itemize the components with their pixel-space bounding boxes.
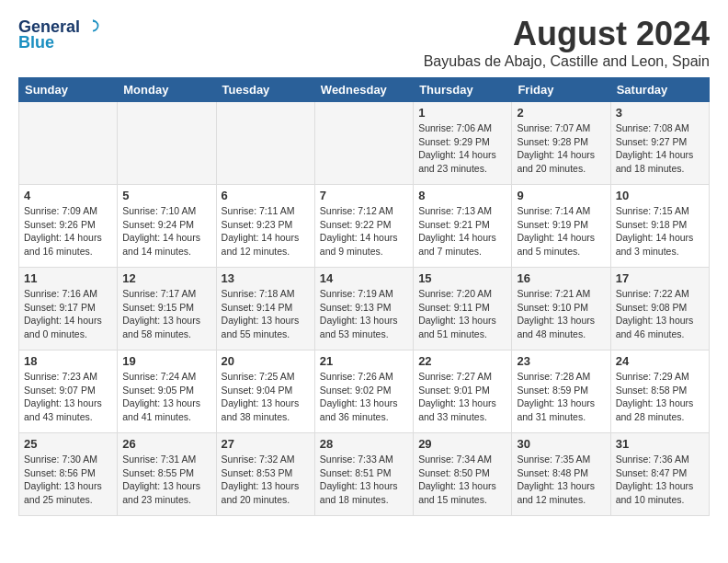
day-info: Sunrise: 7:07 AM Sunset: 9:28 PM Dayligh… xyxy=(517,121,605,176)
calendar-table: SundayMondayTuesdayWednesdayThursdayFrid… xyxy=(18,77,710,516)
day-number: 1 xyxy=(418,106,506,120)
calendar-cell xyxy=(216,102,314,185)
day-number: 16 xyxy=(517,271,605,285)
day-number: 3 xyxy=(616,106,704,120)
calendar-cell: 7Sunrise: 7:12 AM Sunset: 9:22 PM Daylig… xyxy=(314,185,413,268)
day-info: Sunrise: 7:09 AM Sunset: 9:26 PM Dayligh… xyxy=(24,204,112,259)
day-info: Sunrise: 7:19 AM Sunset: 9:13 PM Dayligh… xyxy=(320,287,408,341)
week-row-2: 11Sunrise: 7:16 AM Sunset: 9:17 PM Dayli… xyxy=(19,268,710,350)
page-header: General Blue August 2024 Bayubas de Abaj… xyxy=(18,15,710,70)
day-info: Sunrise: 7:23 AM Sunset: 9:07 PM Dayligh… xyxy=(24,370,112,424)
day-number: 22 xyxy=(418,354,506,368)
calendar-header-row: SundayMondayTuesdayWednesdayThursdayFrid… xyxy=(19,78,710,102)
day-number: 28 xyxy=(320,437,408,451)
day-info: Sunrise: 7:35 AM Sunset: 8:48 PM Dayligh… xyxy=(517,453,605,507)
logo-icon xyxy=(86,19,99,32)
calendar-cell: 21Sunrise: 7:26 AM Sunset: 9:02 PM Dayli… xyxy=(314,350,413,433)
calendar-cell: 1Sunrise: 7:06 AM Sunset: 9:29 PM Daylig… xyxy=(414,102,512,185)
day-number: 5 xyxy=(122,189,210,202)
day-number: 23 xyxy=(517,354,605,368)
day-info: Sunrise: 7:26 AM Sunset: 9:02 PM Dayligh… xyxy=(320,370,408,424)
subtitle: Bayubas de Abajo, Castille and Leon, Spa… xyxy=(424,53,710,70)
calendar-cell: 27Sunrise: 7:32 AM Sunset: 8:53 PM Dayli… xyxy=(216,433,314,516)
calendar-cell: 8Sunrise: 7:13 AM Sunset: 9:21 PM Daylig… xyxy=(414,185,512,268)
day-info: Sunrise: 7:28 AM Sunset: 8:59 PM Dayligh… xyxy=(517,370,605,424)
day-info: Sunrise: 7:11 AM Sunset: 9:23 PM Dayligh… xyxy=(222,204,310,259)
day-number: 25 xyxy=(24,437,112,451)
calendar-cell xyxy=(118,102,216,185)
calendar-cell: 31Sunrise: 7:36 AM Sunset: 8:47 PM Dayli… xyxy=(610,433,709,516)
calendar-cell: 20Sunrise: 7:25 AM Sunset: 9:04 PM Dayli… xyxy=(216,350,314,433)
calendar-cell: 17Sunrise: 7:22 AM Sunset: 9:08 PM Dayli… xyxy=(610,268,709,350)
day-info: Sunrise: 7:36 AM Sunset: 8:47 PM Dayligh… xyxy=(616,453,704,507)
calendar-cell: 13Sunrise: 7:18 AM Sunset: 9:14 PM Dayli… xyxy=(216,268,314,350)
day-number: 6 xyxy=(222,189,310,202)
day-info: Sunrise: 7:08 AM Sunset: 9:27 PM Dayligh… xyxy=(616,121,704,176)
day-info: Sunrise: 7:16 AM Sunset: 9:17 PM Dayligh… xyxy=(24,287,112,341)
day-number: 11 xyxy=(24,271,112,285)
day-number: 4 xyxy=(24,189,112,202)
day-info: Sunrise: 7:24 AM Sunset: 9:05 PM Dayligh… xyxy=(122,370,210,424)
day-number: 21 xyxy=(320,354,408,368)
day-info: Sunrise: 7:34 AM Sunset: 8:50 PM Dayligh… xyxy=(418,453,506,507)
calendar-cell: 9Sunrise: 7:14 AM Sunset: 9:19 PM Daylig… xyxy=(512,185,610,268)
calendar-cell: 12Sunrise: 7:17 AM Sunset: 9:15 PM Dayli… xyxy=(118,268,216,350)
calendar-cell: 18Sunrise: 7:23 AM Sunset: 9:07 PM Dayli… xyxy=(19,350,118,433)
day-info: Sunrise: 7:30 AM Sunset: 8:56 PM Dayligh… xyxy=(24,453,112,507)
day-number: 26 xyxy=(122,437,210,451)
day-number: 27 xyxy=(222,437,310,451)
day-info: Sunrise: 7:33 AM Sunset: 8:51 PM Dayligh… xyxy=(320,453,408,507)
day-info: Sunrise: 7:17 AM Sunset: 9:15 PM Dayligh… xyxy=(122,287,210,341)
day-number: 7 xyxy=(320,189,408,202)
calendar-cell: 2Sunrise: 7:07 AM Sunset: 9:28 PM Daylig… xyxy=(512,102,610,185)
calendar-cell: 11Sunrise: 7:16 AM Sunset: 9:17 PM Dayli… xyxy=(19,268,118,350)
header-thursday: Thursday xyxy=(414,78,512,102)
day-number: 12 xyxy=(122,271,210,285)
day-info: Sunrise: 7:14 AM Sunset: 9:19 PM Dayligh… xyxy=(517,204,605,259)
day-info: Sunrise: 7:13 AM Sunset: 9:21 PM Dayligh… xyxy=(418,204,506,259)
day-info: Sunrise: 7:10 AM Sunset: 9:24 PM Dayligh… xyxy=(122,204,210,259)
month-title: August 2024 xyxy=(424,15,710,53)
day-number: 18 xyxy=(24,354,112,368)
day-info: Sunrise: 7:06 AM Sunset: 9:29 PM Dayligh… xyxy=(418,121,506,176)
day-info: Sunrise: 7:25 AM Sunset: 9:04 PM Dayligh… xyxy=(222,370,310,424)
header-monday: Monday xyxy=(118,78,216,102)
calendar-cell: 28Sunrise: 7:33 AM Sunset: 8:51 PM Dayli… xyxy=(314,433,413,516)
day-info: Sunrise: 7:20 AM Sunset: 9:11 PM Dayligh… xyxy=(418,287,506,341)
day-number: 9 xyxy=(517,189,605,202)
calendar-cell: 3Sunrise: 7:08 AM Sunset: 9:27 PM Daylig… xyxy=(610,102,709,185)
day-info: Sunrise: 7:27 AM Sunset: 9:01 PM Dayligh… xyxy=(418,370,506,424)
calendar-cell: 29Sunrise: 7:34 AM Sunset: 8:50 PM Dayli… xyxy=(414,433,512,516)
day-number: 10 xyxy=(616,189,704,202)
calendar-cell: 4Sunrise: 7:09 AM Sunset: 9:26 PM Daylig… xyxy=(19,185,118,268)
day-info: Sunrise: 7:12 AM Sunset: 9:22 PM Dayligh… xyxy=(320,204,408,259)
day-number: 8 xyxy=(418,189,506,202)
calendar-cell: 25Sunrise: 7:30 AM Sunset: 8:56 PM Dayli… xyxy=(19,433,118,516)
week-row-3: 18Sunrise: 7:23 AM Sunset: 9:07 PM Dayli… xyxy=(19,350,710,433)
calendar-cell xyxy=(19,102,118,185)
calendar-cell: 26Sunrise: 7:31 AM Sunset: 8:55 PM Dayli… xyxy=(118,433,216,516)
day-number: 19 xyxy=(122,354,210,368)
calendar-cell: 23Sunrise: 7:28 AM Sunset: 8:59 PM Dayli… xyxy=(512,350,610,433)
day-info: Sunrise: 7:31 AM Sunset: 8:55 PM Dayligh… xyxy=(122,453,210,507)
day-number: 24 xyxy=(616,354,704,368)
day-number: 13 xyxy=(222,271,310,285)
day-number: 30 xyxy=(517,437,605,451)
day-info: Sunrise: 7:32 AM Sunset: 8:53 PM Dayligh… xyxy=(222,453,310,507)
week-row-4: 25Sunrise: 7:30 AM Sunset: 8:56 PM Dayli… xyxy=(19,433,710,516)
day-number: 15 xyxy=(418,271,506,285)
logo: General Blue xyxy=(18,18,99,52)
calendar-cell: 30Sunrise: 7:35 AM Sunset: 8:48 PM Dayli… xyxy=(512,433,610,516)
calendar-cell: 22Sunrise: 7:27 AM Sunset: 9:01 PM Dayli… xyxy=(414,350,512,433)
day-info: Sunrise: 7:15 AM Sunset: 9:18 PM Dayligh… xyxy=(616,204,704,259)
calendar-cell xyxy=(314,102,413,185)
day-number: 2 xyxy=(517,106,605,120)
week-row-1: 4Sunrise: 7:09 AM Sunset: 9:26 PM Daylig… xyxy=(19,185,710,268)
day-info: Sunrise: 7:22 AM Sunset: 9:08 PM Dayligh… xyxy=(616,287,704,341)
day-number: 17 xyxy=(616,271,704,285)
calendar-cell: 15Sunrise: 7:20 AM Sunset: 9:11 PM Dayli… xyxy=(414,268,512,350)
calendar-cell: 14Sunrise: 7:19 AM Sunset: 9:13 PM Dayli… xyxy=(314,268,413,350)
day-number: 20 xyxy=(222,354,310,368)
day-number: 31 xyxy=(616,437,704,451)
title-area: August 2024 Bayubas de Abajo, Castille a… xyxy=(424,15,710,70)
